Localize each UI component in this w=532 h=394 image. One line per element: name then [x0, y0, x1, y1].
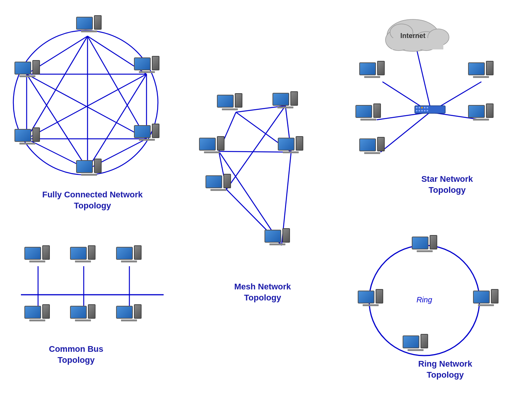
mesh-node-e: [205, 174, 231, 191]
mesh-label: Mesh Network Topology: [221, 281, 304, 303]
svg-line-13: [27, 74, 88, 169]
svg-point-42: [414, 32, 438, 51]
svg-point-15: [13, 30, 158, 175]
ring-node-left: [358, 289, 383, 306]
star-node-bottomleft: [359, 137, 385, 154]
svg-line-26: [417, 49, 430, 106]
star-hub: [415, 106, 445, 113]
ring-node-bottom: [403, 334, 428, 351]
internet-text: Internet: [400, 32, 425, 40]
svg-rect-45: [392, 38, 443, 49]
svg-rect-47: [419, 107, 420, 108]
mesh-node-a: [217, 93, 242, 110]
svg-line-20: [226, 106, 285, 189]
svg-rect-54: [424, 110, 425, 111]
svg-line-3: [27, 36, 88, 139]
ring-node-top: [412, 235, 437, 252]
fc-node-topleft: [14, 60, 40, 77]
star-label: Star Network Topology: [403, 174, 491, 195]
svg-rect-48: [421, 107, 423, 108]
bus-top-1: [24, 245, 50, 262]
svg-point-40: [387, 19, 439, 51]
ring-label: Ring: [416, 296, 432, 304]
svg-rect-55: [427, 110, 428, 111]
svg-rect-46: [416, 107, 417, 108]
svg-rect-50: [427, 107, 428, 108]
svg-line-7: [27, 74, 147, 139]
star-node-topleft: [359, 61, 385, 78]
mesh-node-c: [199, 136, 225, 153]
fully-connected-label: Fully Connected Network Topology: [30, 189, 155, 211]
mesh-node-d: [278, 136, 303, 153]
ring-label: Ring Network Topology: [403, 359, 487, 380]
bus-label: Common Bus Topology: [23, 344, 129, 365]
mesh-node-f: [264, 228, 290, 245]
svg-point-44: [390, 24, 413, 41]
fc-node-bottomleft: [14, 127, 40, 145]
svg-rect-52: [419, 110, 420, 111]
bus-top-2: [70, 245, 96, 262]
bus-top-3: [116, 245, 142, 262]
svg-point-41: [385, 29, 412, 51]
svg-line-31: [381, 112, 430, 152]
svg-line-6: [88, 74, 147, 169]
diagram-container: Internet Ring: [0, 0, 532, 394]
mesh-node-b: [272, 91, 298, 108]
svg-line-27: [382, 82, 430, 112]
fc-node-bottomright: [134, 124, 159, 141]
svg-point-43: [428, 29, 449, 46]
bus-bottom-1: [24, 304, 50, 321]
internet-cloud: [385, 19, 449, 51]
bus-bottom-2: [70, 304, 96, 321]
svg-rect-49: [424, 107, 425, 108]
fully-connected-lines: [13, 30, 158, 175]
star-node-midright: [468, 103, 494, 121]
bus-bottom-3: [116, 304, 142, 321]
star-node-midleft: [355, 103, 381, 121]
fc-node-topright: [134, 56, 159, 73]
svg-line-29: [377, 112, 430, 120]
svg-line-11: [27, 74, 147, 139]
star-lines: [377, 49, 481, 152]
star-node-topright: [468, 61, 494, 78]
ring-node-right: [473, 289, 499, 306]
fc-node-bottom: [76, 159, 102, 176]
fc-node-top: [76, 15, 102, 32]
svg-rect-53: [421, 110, 423, 111]
svg-rect-51: [416, 110, 417, 111]
